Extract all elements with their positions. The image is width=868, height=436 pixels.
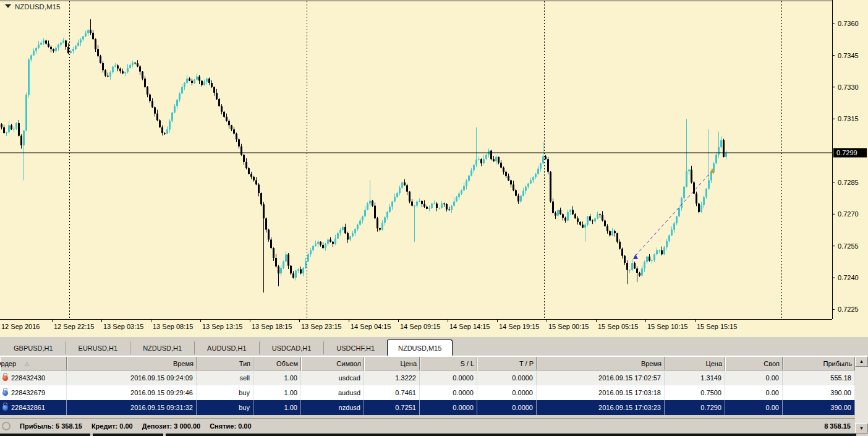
current-price-label: 0.7299 xyxy=(836,149,857,156)
orders-grid: Ордер△ВремяТипОбъемСимволЦенаS / LT / PВ… xyxy=(0,356,855,434)
price-tick-label: 0.7240 xyxy=(838,274,859,281)
current-price-cell: 0.7500 xyxy=(665,385,725,400)
tab-usdchf-h1[interactable]: USDCHF,H1 xyxy=(323,341,387,354)
close-time-cell: 2016.09.15 17:02:57 xyxy=(537,370,665,385)
price-tick-label: 0.7285 xyxy=(838,179,859,186)
column-header-close-time[interactable]: Время xyxy=(537,356,665,370)
order-type-cell: buy xyxy=(197,385,253,400)
time-tick-label: 14 Sep 14:15 xyxy=(449,323,490,330)
column-header-open-price[interactable]: Цена xyxy=(364,356,420,370)
buy-entry-arrow-icon xyxy=(633,254,638,259)
order-id-cell: 228432430 xyxy=(0,370,67,385)
column-header-swap[interactable]: Своп xyxy=(725,356,783,370)
time-tick-label: 15 Sep 15:15 xyxy=(697,323,737,330)
profit-cell: 390.00 xyxy=(783,400,855,415)
volume-cell: 1.00 xyxy=(253,385,301,400)
time-tick-label: 13 Sep 18:15 xyxy=(252,323,292,330)
column-header-order-type[interactable]: Тип xyxy=(197,356,253,370)
price-tick-label: 0.7345 xyxy=(838,52,859,59)
time-tick-label: 14 Sep 19:15 xyxy=(499,323,539,330)
chart-symbol-label: NZDUSD,M15 xyxy=(15,3,60,11)
tab-usdcad-h1[interactable]: USDCAD,H1 xyxy=(259,341,324,354)
column-header-current-price[interactable]: Цена xyxy=(665,356,725,370)
time-tick-label: 15 Sep 05:15 xyxy=(598,323,638,330)
symbol-cell: usdcad xyxy=(301,370,364,385)
price-tick-label: 0.7225 xyxy=(838,306,859,313)
credit-summary: Кредит: 0.00 xyxy=(91,422,133,430)
symbol-cell: nzdusd xyxy=(301,400,364,415)
connection-status-icon xyxy=(2,422,11,430)
tab-audusd-h1[interactable]: AUDUSD,H1 xyxy=(194,341,259,354)
take-profit-cell: 0.0000 xyxy=(477,400,537,415)
time-tick-label: 13 Sep 13:15 xyxy=(202,323,242,330)
open-price-cell: 0.7461 xyxy=(364,385,420,400)
order-sell-icon xyxy=(2,375,8,381)
price-tick-label: 0.7255 xyxy=(838,242,859,250)
tab-gbpusd-h1[interactable]: GBPUSD,H1 xyxy=(1,341,66,354)
order-id-cell: 228432679 xyxy=(0,385,67,400)
price-tick-label: 0.7270 xyxy=(838,210,859,218)
swap-cell: 0.00 xyxy=(725,370,783,385)
time-tick-label: 13 Sep 23:15 xyxy=(301,323,341,330)
tab-nzdusd-h1[interactable]: NZDUSD,H1 xyxy=(130,341,194,354)
orders-panel: Ордер△ВремяТипОбъемСимволЦенаS / LT / PВ… xyxy=(0,356,868,434)
profit-cell: 555.18 xyxy=(783,370,855,385)
withdrawal-summary: Снятие: 0.00 xyxy=(210,422,251,430)
swap-cell: 0.00 xyxy=(725,400,783,415)
price-tick-label: 0.7360 xyxy=(838,20,859,27)
close-time-cell: 2016.09.15 17:03:23 xyxy=(537,400,665,415)
terminal-window: 0.73600.73450.73300.73150.72850.72700.72… xyxy=(0,0,868,436)
profit-summary: Прибыль: 5 358.15 xyxy=(20,422,82,430)
deposit-summary: Депозит: 3 000.00 xyxy=(142,422,200,430)
order-type-cell: sell xyxy=(197,370,253,385)
column-header-stop-loss[interactable]: S / L xyxy=(420,356,477,370)
time-tick-label: 12 Sep 22:15 xyxy=(54,323,94,330)
candles-group xyxy=(1,19,727,293)
column-header-open-time[interactable]: Время xyxy=(67,356,197,370)
tab-nzdusd-m15[interactable]: NZDUSD,M15 xyxy=(387,340,453,356)
column-header-take-profit[interactable]: T / P xyxy=(477,356,537,370)
close-time-cell: 2016.09.15 17:03:18 xyxy=(537,385,665,400)
volume-cell: 1.00 xyxy=(253,400,301,415)
column-header-order-id[interactable]: Ордер△ xyxy=(0,356,67,370)
time-tick-label: 12 Sep 2016 xyxy=(1,323,40,330)
stop-loss-cell: 0.0000 xyxy=(420,385,477,400)
time-tick-label: 14 Sep 09:15 xyxy=(400,323,440,330)
table-row-order-228432430[interactable]: 2284324302016.09.15 09:24:09sell1.00usdc… xyxy=(0,370,855,385)
window-bottom-edge xyxy=(0,434,868,436)
open-price-cell: 0.7251 xyxy=(364,400,420,415)
price-chart-svg[interactable]: 0.73600.73450.73300.73150.72850.72700.72… xyxy=(0,0,868,337)
column-header-profit[interactable]: Прибыль xyxy=(783,356,855,370)
time-tick-label: 14 Sep 04:15 xyxy=(351,323,391,330)
swap-cell: 0.00 xyxy=(725,385,783,400)
orders-table-header: Ордер△ВремяТипОбъемСимволЦенаS / LT / PВ… xyxy=(0,356,855,370)
take-profit-cell: 0.0000 xyxy=(477,385,537,400)
scroll-up-icon[interactable]: ▲ xyxy=(855,356,868,367)
table-row-order-228432861[interactable]: 2284328612016.09.15 09:31:32buy1.00nzdus… xyxy=(0,400,855,415)
equity-total: 8 358.15 xyxy=(824,422,851,430)
scroll-down-icon[interactable]: ▼ xyxy=(855,423,868,434)
order-buy-icon xyxy=(2,405,8,411)
price-tick-label: 0.7330 xyxy=(838,83,859,91)
profit-cell: 390.00 xyxy=(783,385,855,400)
current-price-cell: 1.3149 xyxy=(665,370,725,385)
account-status-bar: Прибыль: 5 358.15 Кредит: 0.00 Депозит: … xyxy=(0,418,855,434)
open-time-cell: 2016.09.15 09:29:46 xyxy=(67,385,197,400)
trade-open-line xyxy=(636,171,712,255)
chart-dropdown-icon xyxy=(5,4,11,8)
sort-asc-icon: △ xyxy=(25,361,29,367)
column-header-volume[interactable]: Объем xyxy=(253,356,301,370)
stop-loss-cell: 0.0000 xyxy=(420,400,477,415)
time-tick-label: 15 Sep 10:15 xyxy=(647,323,687,330)
open-price-cell: 1.3222 xyxy=(364,370,420,385)
symbol-cell: audusd xyxy=(301,385,364,400)
order-buy-icon xyxy=(2,390,8,396)
tab-eurusd-h1[interactable]: EURUSD,H1 xyxy=(66,341,130,354)
column-header-symbol[interactable]: Символ xyxy=(301,356,364,370)
orders-scrollbar[interactable]: ▲ ▼ xyxy=(855,356,868,434)
order-type-cell: buy xyxy=(197,400,253,415)
chart-panel[interactable]: 0.73600.73450.73300.73150.72850.72700.72… xyxy=(0,0,868,337)
table-row-order-228432679[interactable]: 2284326792016.09.15 09:29:46buy1.00audus… xyxy=(0,385,855,400)
stop-loss-cell: 0.0000 xyxy=(420,370,477,385)
time-tick-label: 15 Sep 00:15 xyxy=(548,323,589,330)
